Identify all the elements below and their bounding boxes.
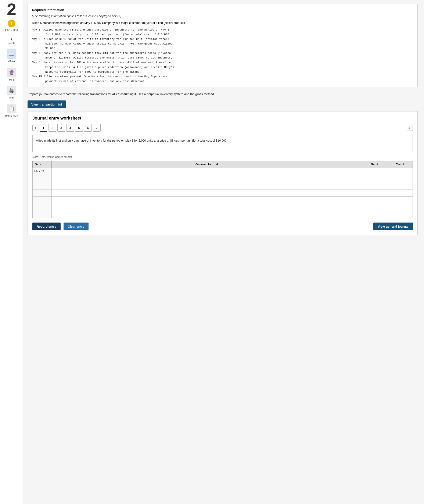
- col-header-date: Date: [33, 161, 52, 168]
- col-header-credit: Credit: [387, 161, 413, 168]
- main-content: Required information [The following info…: [23, 0, 424, 504]
- credit-input-3[interactable]: [389, 191, 411, 195]
- table-row-journal-5[interactable]: [52, 204, 362, 211]
- table-row-credit-1[interactable]: [387, 175, 413, 182]
- sidebar: 2 ! Part 1 of 2 1 points 📖 eBook 🔮 Hint …: [0, 0, 23, 504]
- bottom-buttons: Record entry Clear entry View general jo…: [32, 223, 413, 230]
- table-row-date-3: [33, 189, 52, 197]
- info-box-para: Allied Merchandisers was organized on Ma…: [32, 20, 413, 25]
- table-row-debit-0[interactable]: [362, 168, 387, 175]
- journal-input-2[interactable]: [53, 184, 360, 187]
- info-box-transactions: May 3 Allied made its first and only pur…: [32, 28, 413, 84]
- required-info-box: Required information [The following info…: [28, 4, 418, 87]
- info-box-title: Required information: [32, 7, 413, 13]
- tab-prev-button[interactable]: ‹: [32, 125, 38, 131]
- table-row-journal-1[interactable]: [52, 175, 362, 182]
- journal-table: Date General Journal Debit Credit May 03: [32, 161, 413, 218]
- transaction-description: Allied made its first and only purchase …: [32, 135, 413, 152]
- hint-label: Hint: [9, 78, 14, 81]
- table-row-credit-0[interactable]: [387, 168, 413, 175]
- table-row-date-1: [33, 175, 52, 182]
- table-row-credit-2[interactable]: [387, 182, 413, 189]
- debit-input-4[interactable]: [364, 198, 386, 202]
- alert-icon: !: [8, 20, 15, 27]
- table-row-journal-6[interactable]: [52, 211, 362, 218]
- record-entry-button[interactable]: Record entry: [32, 223, 61, 230]
- info-box-intro: [The following information applies to th…: [32, 14, 413, 19]
- table-row-debit-3[interactable]: [362, 189, 387, 197]
- note-text: Note: Enter debits before credits.: [32, 155, 413, 159]
- prepare-text: Prepare journal entries to record the fo…: [28, 92, 418, 97]
- credit-input-5[interactable]: [389, 206, 411, 209]
- table-row-debit-6[interactable]: [362, 211, 387, 218]
- ebook-icon: 📖: [7, 49, 16, 59]
- journal-input-1[interactable]: [53, 177, 360, 180]
- references-icon: 📋: [7, 104, 16, 113]
- table-row-credit-6[interactable]: [387, 211, 413, 218]
- tab-1[interactable]: 1: [40, 124, 47, 132]
- tab-3[interactable]: 3: [57, 124, 65, 132]
- points-value: 1: [11, 37, 12, 40]
- debit-input-6[interactable]: [364, 213, 386, 216]
- tab-7[interactable]: 7: [93, 124, 101, 132]
- references-button[interactable]: 📋 References: [5, 104, 18, 118]
- credit-input-1[interactable]: [389, 177, 411, 180]
- table-row-date-5: [33, 204, 52, 211]
- view-general-journal-button[interactable]: View general journal: [373, 223, 413, 230]
- credit-input-2[interactable]: [389, 184, 411, 187]
- credit-input-6[interactable]: [389, 213, 411, 216]
- journal-input-6[interactable]: [53, 213, 360, 216]
- print-button[interactable]: 🖨️ Print: [7, 86, 16, 99]
- debit-input-1[interactable]: [364, 177, 386, 180]
- print-label: Print: [9, 96, 14, 99]
- points-text: points: [8, 42, 15, 45]
- references-label: References: [5, 115, 18, 118]
- tab-2[interactable]: 2: [49, 124, 56, 132]
- credit-input-0[interactable]: [389, 170, 411, 173]
- hint-button[interactable]: 🔮 Hint: [7, 68, 16, 81]
- table-row-credit-3[interactable]: [387, 189, 413, 197]
- table-row-journal-4[interactable]: [52, 197, 362, 204]
- tab-6[interactable]: 6: [84, 124, 92, 132]
- page-number: 2: [7, 1, 16, 18]
- table-row-credit-4[interactable]: [387, 197, 413, 204]
- tab-next-button[interactable]: ›: [407, 125, 413, 131]
- table-row-date-4: [33, 197, 52, 204]
- table-row-date-0: May 03: [33, 168, 52, 175]
- tab-navigation: ‹ 1 2 3 4 5 6 7 ›: [32, 124, 413, 132]
- table-row-journal-0[interactable]: [52, 168, 362, 175]
- table-row-journal-2[interactable]: [52, 182, 362, 189]
- debit-input-0[interactable]: [364, 170, 386, 173]
- view-transaction-list-button[interactable]: View transaction list: [28, 101, 66, 108]
- journal-input-3[interactable]: [53, 191, 360, 195]
- table-row-debit-1[interactable]: [362, 175, 387, 182]
- worksheet-title: Journal entry worksheet: [32, 116, 413, 121]
- table-row-debit-5[interactable]: [362, 204, 387, 211]
- ebook-button[interactable]: 📖 eBook: [7, 49, 16, 63]
- table-row-debit-4[interactable]: [362, 197, 387, 204]
- debit-input-3[interactable]: [364, 191, 386, 195]
- tab-4[interactable]: 4: [66, 124, 74, 132]
- ebook-label: eBook: [8, 60, 15, 63]
- journal-input-4[interactable]: [53, 198, 360, 202]
- table-row-date-6: [33, 211, 52, 218]
- debit-input-5[interactable]: [364, 206, 386, 209]
- part-label: Part 1 of 2: [2, 28, 21, 33]
- table-row-credit-5[interactable]: [387, 204, 413, 211]
- table-row-journal-3[interactable]: [52, 189, 362, 197]
- col-header-debit: Debit: [362, 161, 387, 168]
- col-header-journal: General Journal: [52, 161, 362, 168]
- clear-entry-button[interactable]: Clear entry: [63, 223, 88, 230]
- print-icon: 🖨️: [7, 86, 16, 95]
- table-row-date-2: [33, 182, 52, 189]
- debit-input-2[interactable]: [364, 184, 386, 187]
- hint-icon: 🔮: [7, 68, 16, 77]
- tab-5[interactable]: 5: [75, 124, 83, 132]
- journal-input-0[interactable]: [53, 170, 360, 173]
- table-row-debit-2[interactable]: [362, 182, 387, 189]
- journal-input-5[interactable]: [53, 206, 360, 209]
- journal-entry-worksheet: Journal entry worksheet ‹ 1 2 3 4 5 6 7 …: [28, 111, 418, 235]
- credit-input-4[interactable]: [389, 198, 411, 202]
